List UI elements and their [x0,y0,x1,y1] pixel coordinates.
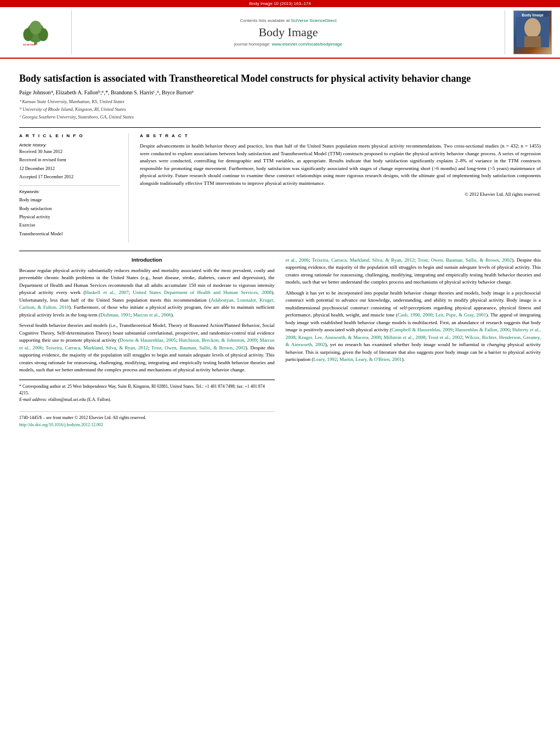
article-info-abstract-section: A R T I C L E I N F O Article history: R… [19,127,541,242]
journal-cover: Body Image [513,10,552,54]
header-center: Contents lists available at SciVerse Sci… [71,10,505,54]
contents-text: Contents lists available at [240,18,290,23]
affiliation-b: ᵇ University of Rhode Island, Kingston, … [19,106,541,114]
svg-point-4 [30,21,42,35]
ref-teixeira-2[interactable]: Teixeira, Carraca, Markland, Silva, & Ry… [312,257,415,263]
keyword-5: Transtheoretical Model [19,230,120,238]
copyright-line: © 2012 Elsevier Ltd. All rights reserved… [140,191,541,197]
footnote-corresponding: * Corresponding author at: 25 West Indep… [19,383,275,397]
sciverse-line: Contents lists available at SciVerse Sci… [240,18,336,23]
ref-marcus[interactable]: Marcus et al., 2006 [133,312,171,318]
ref-leit[interactable]: Leit, Pope, & Gray, 2001 [435,312,486,318]
accepted-date: Accepted 17 December 2012 [19,173,120,181]
introduction-heading: Introduction [19,257,275,263]
intro-para-2: Several health behavior theories and mod… [19,322,275,374]
issn-line: 1740-1445/$ – see front matter © 2012 El… [19,415,275,422]
ref-leary[interactable]: Leary, 1992 [313,357,337,362]
ref-dishman[interactable]: Dishman, 1991 [100,312,131,318]
history-section: Article history: Received 30 June 2012 R… [19,143,120,181]
keyword-1: Body image [19,196,120,204]
homepage-label: journal homepage: [234,42,270,47]
ref-millstein[interactable]: Millstein et al., 2008 [383,335,425,340]
affiliation-a: ᵃ Kansas State University, Manhattan, KS… [19,98,541,106]
divider-1 [19,185,120,186]
ref-adabonyan[interactable]: Adabonyan, Loustalot, Kruger, Carlson, &… [19,297,275,310]
ref-hausenblas[interactable]: Hausenblas & Fallon, 2006 [455,327,510,332]
footnote-email: E-mail address: efallon@mail.uri.edu (E.… [19,397,275,403]
right-para-1: et al., 2006; Teixeira, Carraca, Marklan… [286,257,541,286]
ref-trost-2[interactable]: Trost, Owen, Bauman, Sallis, & Brown, 20… [417,257,512,263]
journal-citation-bar: Body Image 10 (2013) 163–174 [0,0,560,7]
svg-rect-8 [524,36,541,47]
right-para-2: Although it has yet to be incorporated i… [286,290,541,364]
authors-text: Paige Johnsonᵃ, Elizabeth A. Fallonᵇ,ᵃ,*… [19,89,194,95]
ref-teixeira[interactable]: Teixeira, Carraca, Markland, Silva, & Ry… [46,345,148,350]
keywords-label: Keywords: [19,189,120,194]
ref-trost[interactable]: Trost, Owen, Bauman, Sallis, & Brown, 20… [151,345,246,350]
body-right-column: et al., 2006; Teixeira, Carraca, Marklan… [286,257,541,429]
main-content: Body satisfaction is associated with Tra… [0,59,560,437]
doi-link[interactable]: http://dx.doi.org/10.1016/j.bodyim.2012.… [19,422,103,427]
abstract-column: A B S T R A C T Despite advancements in … [140,133,541,242]
elsevier-logo: ELSEVIER [19,19,52,46]
keyword-3: Physical activity [19,213,120,221]
ref-hutchison[interactable]: Hutchison, Breckon, & Johnston, 2009 [179,337,257,343]
elsevier-logo-container: ELSEVIER [5,10,66,54]
keyword-2: Body satisfaction [19,205,120,213]
ref-campbell[interactable]: Campbell & Hausenblas, 2009 [392,327,452,332]
doi-line: http://dx.doi.org/10.1016/j.bodyim.2012.… [19,422,275,429]
article-info-heading: A R T I C L E I N F O [19,133,120,138]
changing-text: changing [487,342,506,347]
page-container: Body Image 10 (2013) 163–174 ELSEVIER Co… [0,0,560,741]
ref-usdhhs[interactable]: United States Department of Health and H… [133,290,271,295]
email-label: E-mail address: [19,397,47,402]
email-link[interactable]: efallon@mail.uri.edu [48,397,86,402]
footer-bar: 1740-1445/$ – see front matter © 2012 El… [19,411,275,429]
ref-trost3[interactable]: Trost et al., 2002 [428,335,462,340]
svg-point-7 [524,18,541,38]
journal-homepage: journal homepage: www.elsevier.com/locat… [234,42,342,47]
journal-header: ELSEVIER Contents lists available at Sci… [0,7,560,59]
ref-downs[interactable]: Downs & Hausenblas, 2005 [120,337,176,343]
ref-martin[interactable]: Martin, Leary, & O'Brien, 2001 [340,357,402,362]
received-date: Received 30 June 2012 [19,148,120,156]
journal-cover-container: Body Image [511,10,555,54]
revised-label: Received in revised form [19,156,120,164]
ref-et-al[interactable]: et al., 2006 [286,257,309,263]
authors-line: Paige Johnsonᵃ, Elizabeth A. Fallonᵇ,ᵃ,*… [19,89,541,95]
ref-haskell[interactable]: Haskell et al., 2007 [85,290,128,295]
history-label: Article history: [19,143,120,148]
body-left-column: Introduction Because regular physical ac… [19,257,275,429]
elsevier-tree-icon: ELSEVIER [19,19,52,46]
ref-kruger[interactable]: Kruger, Lee, Ainsworth, & Macera, 2008 [298,335,381,340]
abstract-text: Despite advancements in health behavior … [140,143,541,187]
sciverse-link[interactable]: SciVerse ScienceDirect [291,18,336,23]
affiliations: ᵃ Kansas State University, Manhattan, KS… [19,98,541,121]
svg-text:ELSEVIER: ELSEVIER [23,43,36,46]
article-info-column: A R T I C L E I N F O Article history: R… [19,133,129,242]
ref-cash[interactable]: Cash, 1990, 2000 [398,312,433,318]
footnote-area: * Corresponding author at: 25 West Indep… [19,380,275,403]
abstract-heading: A B S T R A C T [140,133,541,138]
affiliation-c: ᶜ Georgia Southern University, Statesbor… [19,114,541,121]
article-title: Body satisfaction is associated with Tra… [19,72,541,85]
keywords-section: Keywords: Body image Body satisfaction P… [19,189,120,237]
introduction-columns: Introduction Because regular physical ac… [19,257,541,429]
homepage-link[interactable]: www.elsevier.com/locate/bodyimage [272,42,343,47]
cover-image-icon [516,17,549,47]
email-name: (E.A. Fallon). [87,397,111,402]
intro-para-1: Because regular physical activity substa… [19,267,275,319]
revised-date: 12 December 2012 [19,165,120,173]
cover-title: Body Image [522,13,544,17]
journal-citation: Body Image 10 (2013) 163–174 [249,1,311,6]
keyword-4: Exercise [19,221,120,229]
introduction-section: Introduction Because regular physical ac… [19,251,541,429]
journal-title: Body Image [258,25,318,39]
